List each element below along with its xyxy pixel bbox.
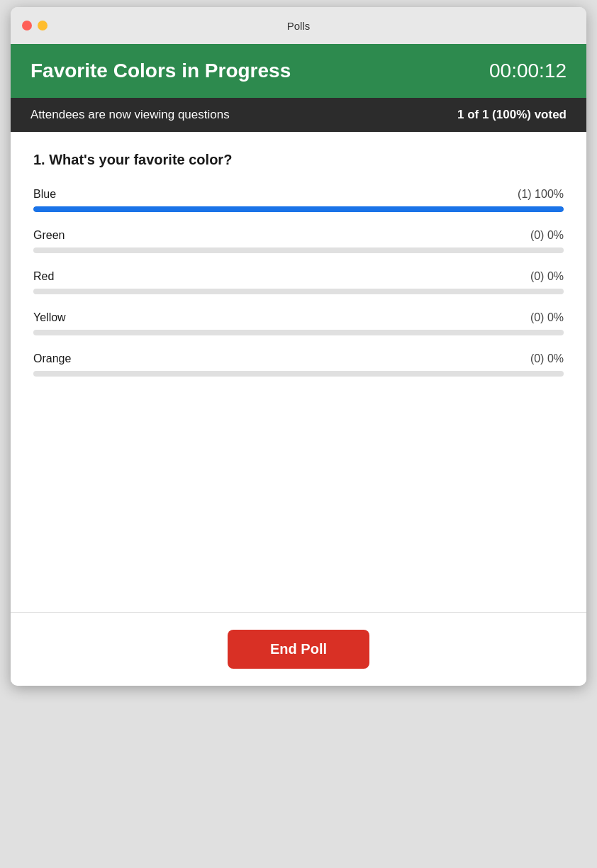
answer-label: Red [33, 270, 54, 283]
answer-label: Blue [33, 188, 56, 201]
answer-item: Red (0) 0% [33, 270, 564, 294]
progress-bar-background [33, 247, 564, 253]
end-poll-button[interactable]: End Poll [228, 630, 369, 669]
progress-bar-background [33, 206, 564, 212]
progress-bar-background [33, 371, 564, 377]
question-title: 1. What's your favorite color? [33, 152, 564, 168]
answer-stat: (0) 0% [530, 229, 564, 242]
traffic-lights [22, 21, 48, 30]
app-window: Polls Favorite Colors in Progress 00:00:… [11, 7, 586, 686]
answer-item: Orange (0) 0% [33, 352, 564, 377]
status-bar: Attendees are now viewing questions 1 of… [11, 98, 586, 132]
poll-title: Favorite Colors in Progress [30, 60, 291, 82]
content-spacer [11, 413, 586, 612]
answer-header: Yellow (0) 0% [33, 311, 564, 324]
footer: End Poll [11, 612, 586, 686]
answer-stat: (1) 100% [518, 188, 564, 201]
progress-bar-background [33, 330, 564, 335]
vote-count: 1 of 1 (100%) voted [457, 108, 567, 122]
answer-label: Yellow [33, 311, 66, 324]
main-content: 1. What's your favorite color? Blue (1) … [11, 132, 586, 413]
answer-stat: (0) 0% [530, 352, 564, 365]
answer-stat: (0) 0% [530, 270, 564, 283]
answer-stat: (0) 0% [530, 311, 564, 324]
progress-bar-fill [33, 206, 564, 212]
answer-label: Orange [33, 352, 71, 365]
answer-header: Orange (0) 0% [33, 352, 564, 365]
poll-timer: 00:00:12 [489, 60, 567, 82]
close-button[interactable] [22, 21, 32, 30]
answer-item: Blue (1) 100% [33, 188, 564, 212]
minimize-button[interactable] [38, 21, 48, 30]
answer-label: Green [33, 229, 65, 242]
answer-item: Green (0) 0% [33, 229, 564, 253]
answer-item: Yellow (0) 0% [33, 311, 564, 335]
window-title: Polls [287, 20, 311, 32]
title-bar: Polls [11, 7, 586, 44]
progress-bar-background [33, 289, 564, 294]
answers-list: Blue (1) 100% Green (0) 0% Red (0) 0% [33, 188, 564, 377]
poll-header: Favorite Colors in Progress 00:00:12 [11, 44, 586, 98]
answer-header: Red (0) 0% [33, 270, 564, 283]
attendees-status: Attendees are now viewing questions [30, 108, 230, 122]
answer-header: Blue (1) 100% [33, 188, 564, 201]
answer-header: Green (0) 0% [33, 229, 564, 242]
